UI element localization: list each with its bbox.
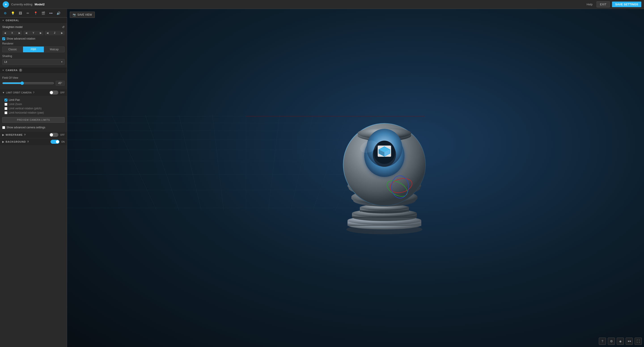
advanced-camera-label[interactable]: Show advanced camera settings: [6, 126, 45, 129]
x-axis-left-button[interactable]: ◀: [2, 31, 8, 35]
limit-horizontal-option: Limit horizontal rotation (yaw): [4, 111, 64, 114]
shading-select-row: Lit Unlit Shadeless: [2, 59, 64, 65]
camera-section-label: CAMERA: [6, 69, 18, 72]
limit-orbit-toggle-row: OFF: [50, 90, 64, 94]
save-settings-button[interactable]: SAVE SETTINGS: [612, 2, 641, 7]
show-advanced-rotation-row: Show advanced rotation: [2, 37, 64, 40]
x-axis-right-button[interactable]: ▶: [17, 31, 22, 35]
vr-icon-btn[interactable]: 👓: [48, 10, 54, 16]
limit-orbit-row[interactable]: ▼ LIMIT ORBIT CAMERA ? OFF: [0, 89, 67, 96]
limit-horizontal-checkbox[interactable]: [4, 111, 8, 114]
lights-icon-btn[interactable]: 💡: [10, 10, 16, 16]
background-section: ▶ BACKGROUND ? ON: [0, 138, 67, 145]
help-button[interactable]: Help: [585, 2, 594, 7]
topbar-left: ✦ Currently editing Model2: [3, 1, 44, 8]
background-label: BACKGROUND: [6, 140, 26, 143]
advanced-camera-row: Show advanced camera settings: [0, 124, 67, 131]
main-content: ⚙ 💡 🖼 ✏ 📍 🎬 👓 🔊 ▼ GENERAL Straighten mod…: [0, 9, 644, 347]
background-help-icon[interactable]: ?: [27, 140, 29, 143]
limit-vertical-checkbox[interactable]: [4, 107, 8, 110]
camera-section-content: Field Of View 45°: [0, 73, 67, 89]
x-axis-label: X: [8, 32, 17, 34]
limit-zoom-checkbox[interactable]: [4, 103, 8, 106]
3d-model: [317, 111, 452, 245]
straighten-model-label: Straighten model: [2, 26, 22, 28]
exit-button[interactable]: EXIT: [596, 1, 610, 8]
wireframe-toggle-label: OFF: [60, 134, 64, 136]
wireframe-toggle-row: OFF: [50, 133, 64, 137]
renderer-classic-button[interactable]: Classic: [2, 46, 23, 52]
limit-zoom-option: Limit Zoom: [4, 102, 64, 106]
renderer-btn-group: Classic PBR Matcap: [2, 46, 64, 52]
sidebar: ▼ GENERAL Straighten model ↺ ◀ X ▶ ◀: [0, 18, 67, 150]
limit-orbit-toggle-label: OFF: [60, 92, 64, 94]
limit-orbit-left: ▼ LIMIT ORBIT CAMERA ?: [2, 91, 34, 94]
fov-value: 45°: [56, 81, 64, 86]
limit-pan-option: Limit Pan: [4, 98, 64, 102]
camera-arrow-icon: ▼: [2, 69, 4, 71]
wireframe-label: WIREFRAME: [6, 134, 23, 136]
fov-label: Field Of View: [2, 76, 64, 79]
icon-toolbar: ⚙ 💡 🖼 ✏ 📍 🎬 👓 🔊: [0, 9, 67, 18]
z-axis-right-button[interactable]: ▶: [59, 31, 64, 35]
wireframe-help-icon[interactable]: ?: [24, 134, 26, 136]
shading-select[interactable]: Lit Unlit Shadeless: [2, 59, 64, 65]
settings-icon-btn[interactable]: ⚙: [2, 10, 8, 16]
y-axis-group: ◀ Y ▶: [24, 31, 44, 35]
limit-pan-label[interactable]: Limit Pan: [9, 98, 20, 102]
viewport-controls: ? ⚙ ◈ 👓 ⛶: [599, 338, 642, 345]
advanced-camera-checkbox[interactable]: [2, 126, 5, 129]
svg-line-15: [291, 115, 313, 210]
limit-pan-checkbox[interactable]: [4, 98, 8, 102]
limit-horizontal-label[interactable]: Limit horizontal rotation (yaw): [9, 111, 44, 114]
y-axis-right-button[interactable]: ▶: [38, 31, 44, 35]
limit-zoom-label[interactable]: Limit Zoom: [9, 102, 22, 106]
vr-viewport-button[interactable]: 👓: [626, 338, 633, 345]
camera-help-icon[interactable]: ?: [19, 69, 22, 72]
hotspots-icon-btn[interactable]: 📍: [32, 10, 39, 16]
settings-viewport-button[interactable]: ⚙: [608, 338, 615, 345]
limit-orbit-help-icon[interactable]: ?: [33, 91, 34, 94]
animation-icon-btn[interactable]: 🎬: [40, 10, 46, 16]
layers-viewport-button[interactable]: ◈: [617, 338, 624, 345]
wireframe-left: ▶ WIREFRAME ?: [2, 134, 26, 136]
toggle-knob: [50, 91, 53, 94]
help-viewport-button[interactable]: ?: [599, 338, 606, 345]
z-axis-left-button[interactable]: ◀: [45, 31, 50, 35]
background-left: ▶ BACKGROUND ?: [2, 140, 29, 143]
fov-slider[interactable]: [2, 82, 54, 85]
image-icon-btn[interactable]: 🖼: [17, 10, 24, 16]
limit-orbit-toggle[interactable]: [50, 90, 58, 94]
straighten-reset-button[interactable]: ↺: [62, 25, 64, 29]
model-name: Model2: [35, 3, 45, 6]
y-axis-label: Y: [29, 32, 38, 34]
limit-orbit-arrow-icon: ▼: [2, 91, 5, 94]
axis-controls: ◀ X ▶ ◀ Y ▶ ◀ Z ▶: [2, 31, 64, 35]
show-advanced-rotation-checkbox[interactable]: [2, 37, 5, 40]
annotations-icon-btn[interactable]: ✏: [24, 10, 31, 16]
fullscreen-viewport-button[interactable]: ⛶: [634, 338, 642, 345]
general-section-header[interactable]: ▼ GENERAL: [0, 18, 67, 23]
background-toggle[interactable]: [50, 140, 60, 144]
show-advanced-rotation-label[interactable]: Show advanced rotation: [6, 37, 35, 40]
preview-camera-limits-button[interactable]: PREVIEW CAMERA LIMITS: [2, 117, 64, 123]
save-view-label: SAVE VIEW: [77, 13, 92, 16]
svg-line-14: [268, 115, 280, 210]
renderer-pbr-button[interactable]: PBR: [23, 46, 44, 52]
topbar-right: Help EXIT SAVE SETTINGS: [585, 1, 641, 8]
background-knob: [56, 140, 59, 143]
app-logo: ✦: [3, 1, 9, 8]
y-axis-left-button[interactable]: ◀: [24, 31, 29, 35]
wireframe-toggle[interactable]: [50, 133, 58, 137]
limit-vertical-label[interactable]: Limit vertical rotation (pitch): [9, 107, 42, 110]
camera-section-header[interactable]: ▼ CAMERA ?: [0, 67, 67, 73]
general-section-label: GENERAL: [6, 19, 19, 22]
renderer-label: Renderer: [2, 42, 64, 45]
audio-icon-btn[interactable]: 🔊: [55, 10, 62, 16]
background-toggle-label: ON: [61, 141, 64, 143]
editing-label: Currently editing: [11, 3, 32, 6]
3d-viewport[interactable]: 📷 SAVE VIEW: [67, 9, 644, 347]
renderer-matcap-button[interactable]: Matcap: [44, 46, 64, 52]
x-axis-group: ◀ X ▶: [2, 31, 22, 35]
save-view-button[interactable]: 📷 SAVE VIEW: [70, 12, 95, 18]
